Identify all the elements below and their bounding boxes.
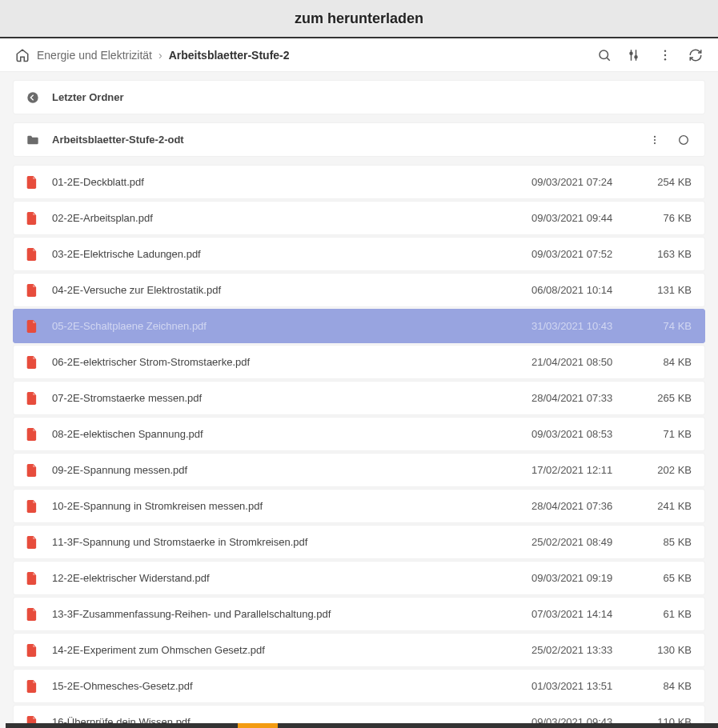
file-name: 03-2E-Elektrische Ladungen.pdf	[52, 248, 531, 260]
file-size: 61 KB	[636, 608, 692, 620]
file-row[interactable]: 13-3F-Zusammenfassung-Reihen- und Parall…	[13, 597, 705, 631]
file-size: 254 KB	[636, 176, 692, 188]
folder-row-actions	[647, 132, 692, 148]
file-size: 130 KB	[636, 644, 692, 656]
file-name: 13-3F-Zusammenfassung-Reihen- und Parall…	[52, 608, 531, 620]
svg-point-12	[654, 142, 656, 144]
file-size: 71 KB	[636, 428, 692, 440]
file-date: 25/02/2021 08:49	[531, 536, 636, 548]
file-row[interactable]: 09-2E-Spannung messen.pdf17/02/2021 12:1…	[13, 453, 705, 487]
svg-point-10	[654, 135, 656, 137]
file-size: 65 KB	[636, 572, 692, 584]
file-size: 163 KB	[636, 248, 692, 260]
file-date: 28/04/2021 07:33	[531, 392, 636, 404]
breadcrumb-separator: ›	[158, 49, 162, 62]
folder-row[interactable]: Arbeitsblaetter-Stufe-2-odt	[13, 122, 705, 157]
file-name: 14-2E-Experiment zum Ohmschen Gesetz.pdf	[52, 644, 531, 656]
toolbar-actions	[596, 47, 704, 63]
file-row[interactable]: 10-2E-Spannung in Stromkreisen messen.pd…	[13, 489, 705, 523]
more-vertical-icon[interactable]	[647, 132, 663, 148]
file-date: 28/04/2021 07:36	[531, 500, 636, 512]
file-date: 09/03/2021 07:52	[531, 248, 636, 260]
file-list-content: Letzter Ordner Arbeitsblaetter-Stufe-2-o…	[0, 72, 718, 728]
file-row[interactable]: 08-2E-elektischen Spannung.pdf09/03/2021…	[13, 417, 705, 451]
svg-point-11	[654, 138, 656, 140]
arrow-left-circle-icon	[26, 91, 44, 104]
file-date: 21/04/2021 08:50	[531, 356, 636, 368]
pdf-file-icon	[26, 500, 44, 513]
file-row[interactable]: 06-2E-elektrischer Strom-Stromstaerke.pd…	[13, 345, 705, 379]
svg-point-5	[635, 55, 637, 58]
pdf-file-icon	[26, 320, 44, 333]
file-date: 09/03/2021 08:53	[531, 428, 636, 440]
file-name: 07-2E-Stromstaerke messen.pdf	[52, 392, 531, 404]
file-name: 11-3F-Spannung und Stromstaerke in Strom…	[52, 536, 531, 548]
svg-point-0	[600, 50, 608, 59]
file-size: 265 KB	[636, 392, 692, 404]
file-name: 08-2E-elektischen Spannung.pdf	[52, 428, 531, 440]
file-date: 25/02/2021 13:33	[531, 644, 636, 656]
file-name: 09-2E-Spannung messen.pdf	[52, 464, 531, 476]
search-icon[interactable]	[596, 47, 612, 63]
footer-accent	[238, 723, 278, 728]
file-date: 09/03/2021 09:19	[531, 572, 636, 584]
file-date: 09/03/2021 09:44	[531, 212, 636, 224]
page-banner: zum herunterladen	[0, 0, 718, 38]
file-row[interactable]: 03-2E-Elektrische Ladungen.pdf09/03/2021…	[13, 237, 705, 271]
pdf-file-icon	[26, 644, 44, 657]
file-size: 74 KB	[636, 320, 692, 332]
pdf-file-icon	[26, 608, 44, 621]
sliders-icon[interactable]	[627, 47, 643, 63]
file-date: 07/03/2021 14:14	[531, 608, 636, 620]
pdf-file-icon	[26, 428, 44, 441]
file-name: 15-2E-Ohmesches-Gesetz.pdf	[52, 680, 531, 692]
file-name: 12-2E-elektrischer Widerstand.pdf	[52, 572, 531, 584]
back-row[interactable]: Letzter Ordner	[13, 80, 705, 114]
file-row[interactable]: 04-2E-Versuche zur Elektrostatik.pdf06/0…	[13, 273, 705, 307]
file-name: 01-2E-Deckblatt.pdf	[52, 176, 531, 188]
file-size: 84 KB	[636, 680, 692, 692]
file-name: 04-2E-Versuche zur Elektrostatik.pdf	[52, 284, 531, 296]
file-row[interactable]: 12-2E-elektrischer Widerstand.pdf09/03/2…	[13, 561, 705, 595]
breadcrumb: Energie und Elektrizität › Arbeitsblaett…	[14, 47, 596, 63]
pdf-file-icon	[26, 212, 44, 225]
file-size: 202 KB	[636, 464, 692, 476]
file-date: 06/08/2021 10:14	[531, 284, 636, 296]
file-row[interactable]: 05-2E-Schaltplaene Zeichnen.pdf31/03/202…	[13, 309, 705, 343]
file-name: 05-2E-Schaltplaene Zeichnen.pdf	[52, 320, 531, 332]
banner-text: zum herunterladen	[295, 10, 423, 27]
folder-label: Arbeitsblaetter-Stufe-2-odt	[52, 134, 631, 146]
svg-point-3	[630, 52, 632, 54]
svg-point-7	[664, 54, 666, 55]
file-row[interactable]: 15-2E-Ohmesches-Gesetz.pdf01/03/2021 13:…	[13, 669, 705, 703]
pdf-file-icon	[26, 284, 44, 297]
pdf-file-icon	[26, 680, 44, 693]
circle-icon[interactable]	[676, 132, 692, 148]
pdf-file-icon	[26, 572, 44, 585]
file-name: 10-2E-Spannung in Stromkreisen messen.pd…	[52, 500, 531, 512]
file-date: 31/03/2021 10:43	[531, 320, 636, 332]
file-row[interactable]: 11-3F-Spannung und Stromstaerke in Strom…	[13, 525, 705, 559]
pdf-file-icon	[26, 464, 44, 477]
more-vertical-icon[interactable]	[657, 47, 673, 63]
refresh-icon[interactable]	[688, 47, 704, 63]
file-row[interactable]: 14-2E-Experiment zum Ohmschen Gesetz.pdf…	[13, 633, 705, 667]
pdf-file-icon	[26, 176, 44, 189]
file-row[interactable]: 01-2E-Deckblatt.pdf09/03/2021 07:24254 K…	[13, 165, 705, 199]
breadcrumb-part[interactable]: Energie und Elektrizität	[37, 49, 152, 62]
file-name: 02-2E-Arbeitsplan.pdf	[52, 212, 531, 224]
toolbar: Energie und Elektrizität › Arbeitsblaett…	[0, 38, 718, 72]
file-size: 131 KB	[636, 284, 692, 296]
folder-icon	[26, 134, 44, 146]
file-size: 84 KB	[636, 356, 692, 368]
home-icon[interactable]	[14, 47, 30, 63]
file-size: 241 KB	[636, 500, 692, 512]
file-row[interactable]: 02-2E-Arbeitsplan.pdf09/03/2021 09:4476 …	[13, 201, 705, 235]
file-date: 09/03/2021 07:24	[531, 176, 636, 188]
file-size: 76 KB	[636, 212, 692, 224]
file-date: 17/02/2021 12:11	[531, 464, 636, 476]
file-row[interactable]: 07-2E-Stromstaerke messen.pdf28/04/2021 …	[13, 381, 705, 415]
pdf-file-icon	[26, 536, 44, 549]
back-label: Letzter Ordner	[52, 91, 692, 103]
file-name: 06-2E-elektrischer Strom-Stromstaerke.pd…	[52, 356, 531, 368]
